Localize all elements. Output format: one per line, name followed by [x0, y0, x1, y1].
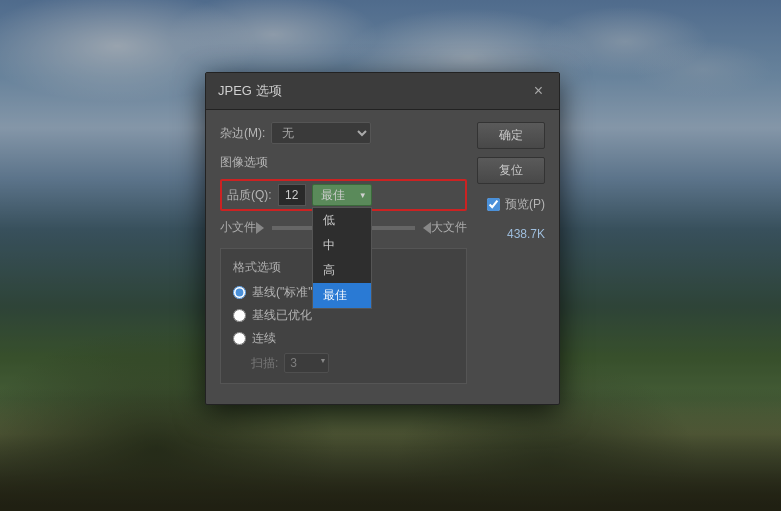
radio-baseline-label: 基线("标准") [252, 284, 317, 301]
reset-button[interactable]: 复位 [477, 157, 545, 184]
radio-progressive-label: 连续 [252, 330, 276, 347]
quality-selected-label: 最佳 [321, 187, 345, 204]
dropdown-item-high[interactable]: 高 [313, 258, 371, 283]
radio-progressive-input[interactable] [233, 332, 246, 345]
quality-dropdown-menu: 低 中 高 最佳 [312, 207, 372, 309]
quality-dropdown[interactable]: 最佳 [312, 184, 372, 206]
radio-optimized-label: 基线已优化 [252, 307, 312, 324]
preview-label: 预览(P) [505, 196, 545, 213]
ok-button[interactable]: 确定 [477, 122, 545, 149]
dialog-right-panel: 确定 复位 预览(P) 438.7K [477, 122, 545, 392]
jpeg-options-dialog: JPEG 选项 × 杂边(M): 无 图像选项 品质(Q): 最佳 [205, 72, 560, 405]
dropdown-item-mid[interactable]: 中 [313, 233, 371, 258]
dialog-body: 杂边(M): 无 图像选项 品质(Q): 最佳 低 中 [206, 110, 559, 404]
radio-progressive: 连续 [233, 330, 454, 347]
close-button[interactable]: × [530, 81, 547, 101]
marge-select[interactable]: 无 [271, 122, 371, 144]
radio-baseline-input[interactable] [233, 286, 246, 299]
scan-label: 扫描: [251, 355, 278, 372]
dialog-title: JPEG 选项 [218, 82, 282, 100]
quality-input[interactable] [278, 184, 306, 206]
radio-optimized-input[interactable] [233, 309, 246, 322]
preview-row: 预览(P) [487, 196, 545, 213]
large-file-label: 大文件 [431, 219, 467, 236]
marge-label: 杂边(M): [220, 125, 265, 142]
preview-checkbox[interactable] [487, 198, 500, 211]
dropdown-item-best[interactable]: 最佳 [313, 283, 371, 308]
filesize-display: 438.7K [507, 227, 545, 241]
dialog-left-panel: 杂边(M): 无 图像选项 品质(Q): 最佳 低 中 [220, 122, 467, 392]
quality-dropdown-wrap: 最佳 低 中 高 最佳 [312, 184, 372, 206]
slider-right-arrow [423, 222, 431, 234]
scan-select: 3 [284, 353, 329, 373]
quality-label: 品质(Q): [227, 187, 272, 204]
dialog-titlebar: JPEG 选项 × [206, 73, 559, 110]
marge-row: 杂边(M): 无 [220, 122, 467, 144]
dropdown-item-low[interactable]: 低 [313, 208, 371, 233]
radio-optimized: 基线已优化 [233, 307, 454, 324]
scan-select-wrap: 3 [284, 353, 329, 373]
slider-left-arrow [256, 222, 264, 234]
image-options-label: 图像选项 [220, 154, 467, 171]
quality-row: 品质(Q): 最佳 低 中 高 最佳 [220, 179, 467, 211]
small-file-label: 小文件 [220, 219, 256, 236]
scan-row: 扫描: 3 [251, 353, 454, 373]
